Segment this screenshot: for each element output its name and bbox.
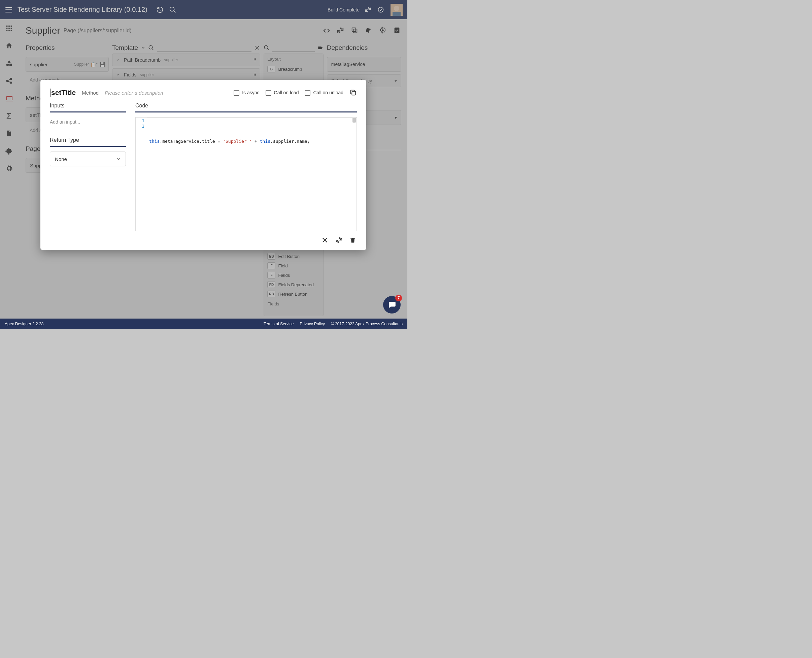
chat-button[interactable]: 7 — [383, 296, 401, 313]
method-name-input[interactable]: setTitle — [50, 89, 76, 97]
scrollbar-thumb[interactable] — [352, 118, 356, 122]
call-on-unload-checkbox[interactable]: Call on unload — [305, 90, 343, 96]
chevron-down-icon — [116, 157, 121, 161]
refresh-button[interactable] — [335, 237, 343, 244]
chat-notification-badge: 7 — [395, 295, 402, 301]
method-type-label: Method — [82, 90, 99, 96]
return-type-select[interactable]: None — [50, 152, 126, 166]
code-heading: Code — [135, 103, 357, 113]
footer: Apex Designer 2.2.28 Terms of Service Pr… — [0, 318, 407, 329]
call-on-load-checkbox[interactable]: Call on load — [266, 90, 299, 96]
code-gutter: 1 2 — [136, 118, 147, 231]
delete-button[interactable] — [349, 237, 357, 244]
svg-rect-35 — [352, 91, 355, 95]
app-version: Apex Designer 2.2.28 — [5, 321, 44, 326]
privacy-link[interactable]: Privacy Policy — [300, 321, 325, 326]
code-content[interactable]: this.metaTagService.title = 'Supplier ' … — [147, 118, 357, 231]
return-type-heading: Return Type — [50, 137, 126, 147]
svg-rect-38 — [350, 238, 355, 239]
method-editor-modal: setTitle Method Please enter a descripti… — [41, 80, 366, 250]
copy-icon[interactable] — [349, 89, 357, 96]
is-async-checkbox[interactable]: Is async — [234, 90, 259, 96]
method-description-input[interactable]: Please enter a description — [105, 90, 163, 96]
terms-link[interactable]: Terms of Service — [264, 321, 294, 326]
copyright-text: © 2017-2022 Apex Process Consultants — [331, 321, 403, 326]
inputs-heading: Inputs — [50, 103, 126, 113]
add-input-field[interactable]: Add an input... — [50, 117, 126, 128]
close-button[interactable] — [321, 237, 329, 244]
code-editor[interactable]: 1 2 this.metaTagService.title = 'Supplie… — [135, 117, 357, 231]
